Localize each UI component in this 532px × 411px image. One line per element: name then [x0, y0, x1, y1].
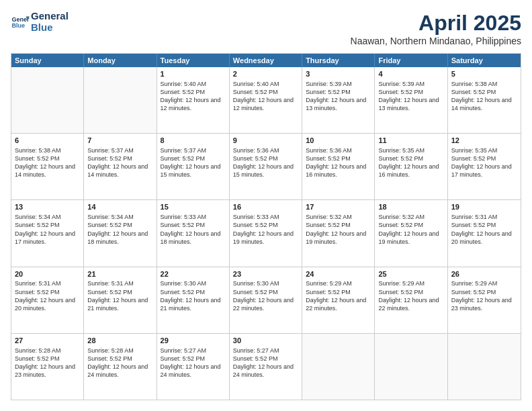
- sun-info: Sunrise: 5:38 AM Sunset: 5:52 PM Dayligh…: [15, 146, 80, 179]
- day-cell-17: 17Sunrise: 5:32 AM Sunset: 5:52 PM Dayli…: [302, 200, 375, 266]
- calendar-row-2: 13Sunrise: 5:34 AM Sunset: 5:52 PM Dayli…: [11, 199, 521, 266]
- empty-cell: [11, 67, 84, 133]
- day-cell-16: 16Sunrise: 5:33 AM Sunset: 5:52 PM Dayli…: [230, 200, 302, 266]
- month-year: April 2025: [351, 11, 521, 36]
- day-number: 30: [233, 336, 298, 346]
- day-number: 12: [451, 136, 517, 146]
- sun-info: Sunrise: 5:30 AM Sunset: 5:52 PM Dayligh…: [233, 279, 298, 312]
- day-number: 23: [233, 269, 298, 279]
- page: General Blue General Blue April 2025 Naa…: [0, 0, 532, 411]
- empty-cell: [375, 334, 447, 400]
- day-of-week-wednesday: Wednesday: [230, 54, 302, 67]
- day-number: 24: [306, 269, 371, 279]
- sun-info: Sunrise: 5:28 AM Sunset: 5:52 PM Dayligh…: [87, 347, 152, 379]
- day-number: 22: [161, 269, 226, 279]
- day-number: 18: [378, 202, 443, 212]
- sun-info: Sunrise: 5:39 AM Sunset: 5:52 PM Dayligh…: [306, 80, 371, 113]
- day-number: 17: [306, 202, 371, 212]
- svg-text:Blue: Blue: [11, 22, 25, 29]
- calendar-row-1: 6Sunrise: 5:38 AM Sunset: 5:52 PM Daylig…: [11, 133, 521, 199]
- sun-info: Sunrise: 5:29 AM Sunset: 5:52 PM Dayligh…: [306, 279, 371, 312]
- day-cell-5: 5Sunrise: 5:38 AM Sunset: 5:52 PM Daylig…: [448, 67, 521, 133]
- day-number: 11: [378, 136, 443, 146]
- day-of-week-thursday: Thursday: [302, 54, 375, 67]
- calendar-row-3: 20Sunrise: 5:31 AM Sunset: 5:52 PM Dayli…: [11, 267, 521, 333]
- day-cell-14: 14Sunrise: 5:34 AM Sunset: 5:52 PM Dayli…: [84, 200, 157, 266]
- sun-info: Sunrise: 5:33 AM Sunset: 5:52 PM Dayligh…: [161, 213, 226, 246]
- sun-info: Sunrise: 5:32 AM Sunset: 5:52 PM Dayligh…: [378, 213, 443, 246]
- logo-general: General: [31, 11, 69, 22]
- sun-info: Sunrise: 5:33 AM Sunset: 5:52 PM Dayligh…: [233, 213, 298, 246]
- day-cell-26: 26Sunrise: 5:29 AM Sunset: 5:52 PM Dayli…: [448, 267, 521, 333]
- location: Naawan, Northern Mindanao, Philippines: [351, 36, 521, 46]
- day-number: 8: [161, 136, 226, 146]
- day-number: 3: [306, 69, 371, 79]
- sun-info: Sunrise: 5:35 AM Sunset: 5:52 PM Dayligh…: [451, 146, 517, 179]
- day-cell-18: 18Sunrise: 5:32 AM Sunset: 5:52 PM Dayli…: [375, 200, 447, 266]
- day-cell-29: 29Sunrise: 5:27 AM Sunset: 5:52 PM Dayli…: [157, 334, 230, 400]
- sun-info: Sunrise: 5:36 AM Sunset: 5:52 PM Dayligh…: [306, 146, 371, 179]
- day-of-week-saturday: Saturday: [448, 54, 521, 67]
- sun-info: Sunrise: 5:38 AM Sunset: 5:52 PM Dayligh…: [451, 80, 517, 113]
- day-number: 13: [15, 202, 80, 212]
- title-block: April 2025 Naawan, Northern Mindanao, Ph…: [351, 11, 521, 46]
- day-cell-27: 27Sunrise: 5:28 AM Sunset: 5:52 PM Dayli…: [11, 334, 84, 400]
- calendar-header: SundayMondayTuesdayWednesdayThursdayFrid…: [11, 54, 521, 67]
- day-number: 9: [233, 136, 298, 146]
- day-cell-13: 13Sunrise: 5:34 AM Sunset: 5:52 PM Dayli…: [11, 200, 84, 266]
- day-cell-6: 6Sunrise: 5:38 AM Sunset: 5:52 PM Daylig…: [11, 134, 84, 199]
- day-cell-22: 22Sunrise: 5:30 AM Sunset: 5:52 PM Dayli…: [157, 267, 230, 333]
- logo-blue: Blue: [31, 22, 69, 34]
- day-cell-21: 21Sunrise: 5:31 AM Sunset: 5:52 PM Dayli…: [84, 267, 157, 333]
- sun-info: Sunrise: 5:27 AM Sunset: 5:52 PM Dayligh…: [233, 347, 298, 379]
- sun-info: Sunrise: 5:31 AM Sunset: 5:52 PM Dayligh…: [87, 279, 152, 312]
- day-number: 29: [161, 336, 226, 346]
- day-number: 5: [451, 69, 517, 79]
- day-cell-23: 23Sunrise: 5:30 AM Sunset: 5:52 PM Dayli…: [230, 267, 302, 333]
- day-number: 15: [161, 202, 226, 212]
- day-number: 2: [233, 69, 298, 79]
- sun-info: Sunrise: 5:29 AM Sunset: 5:52 PM Dayligh…: [451, 279, 517, 312]
- day-cell-1: 1Sunrise: 5:40 AM Sunset: 5:52 PM Daylig…: [157, 67, 230, 133]
- sun-info: Sunrise: 5:31 AM Sunset: 5:52 PM Dayligh…: [15, 279, 80, 312]
- day-number: 25: [378, 269, 443, 279]
- day-number: 4: [378, 69, 443, 79]
- day-cell-24: 24Sunrise: 5:29 AM Sunset: 5:52 PM Dayli…: [302, 267, 375, 333]
- day-cell-12: 12Sunrise: 5:35 AM Sunset: 5:52 PM Dayli…: [448, 134, 521, 199]
- day-number: 21: [87, 269, 152, 279]
- calendar-body: 1Sunrise: 5:40 AM Sunset: 5:52 PM Daylig…: [11, 67, 521, 400]
- day-number: 19: [451, 202, 517, 212]
- day-cell-7: 7Sunrise: 5:37 AM Sunset: 5:52 PM Daylig…: [84, 134, 157, 199]
- day-of-week-tuesday: Tuesday: [157, 54, 230, 67]
- day-of-week-friday: Friday: [375, 54, 447, 67]
- day-cell-19: 19Sunrise: 5:31 AM Sunset: 5:52 PM Dayli…: [448, 200, 521, 266]
- logo: General Blue General Blue: [11, 11, 69, 33]
- sun-info: Sunrise: 5:29 AM Sunset: 5:52 PM Dayligh…: [378, 279, 443, 312]
- day-number: 7: [87, 136, 152, 146]
- empty-cell: [302, 334, 375, 400]
- day-number: 20: [15, 269, 80, 279]
- sun-info: Sunrise: 5:31 AM Sunset: 5:52 PM Dayligh…: [451, 213, 517, 246]
- day-cell-2: 2Sunrise: 5:40 AM Sunset: 5:52 PM Daylig…: [230, 67, 302, 133]
- day-cell-4: 4Sunrise: 5:39 AM Sunset: 5:52 PM Daylig…: [375, 67, 447, 133]
- calendar-row-4: 27Sunrise: 5:28 AM Sunset: 5:52 PM Dayli…: [11, 333, 521, 400]
- sun-info: Sunrise: 5:37 AM Sunset: 5:52 PM Dayligh…: [87, 146, 152, 179]
- day-cell-11: 11Sunrise: 5:35 AM Sunset: 5:52 PM Dayli…: [375, 134, 447, 199]
- header: General Blue General Blue April 2025 Naa…: [11, 11, 521, 46]
- calendar: SundayMondayTuesdayWednesdayThursdayFrid…: [11, 53, 521, 400]
- sun-info: Sunrise: 5:37 AM Sunset: 5:52 PM Dayligh…: [161, 146, 226, 179]
- day-cell-15: 15Sunrise: 5:33 AM Sunset: 5:52 PM Dayli…: [157, 200, 230, 266]
- sun-info: Sunrise: 5:27 AM Sunset: 5:52 PM Dayligh…: [161, 347, 226, 379]
- day-cell-3: 3Sunrise: 5:39 AM Sunset: 5:52 PM Daylig…: [302, 67, 375, 133]
- day-cell-8: 8Sunrise: 5:37 AM Sunset: 5:52 PM Daylig…: [157, 134, 230, 199]
- sun-info: Sunrise: 5:40 AM Sunset: 5:52 PM Dayligh…: [233, 80, 298, 113]
- day-number: 6: [15, 136, 80, 146]
- empty-cell: [448, 334, 521, 400]
- day-cell-10: 10Sunrise: 5:36 AM Sunset: 5:52 PM Dayli…: [302, 134, 375, 199]
- day-number: 28: [87, 336, 152, 346]
- sun-info: Sunrise: 5:28 AM Sunset: 5:52 PM Dayligh…: [15, 347, 80, 379]
- sun-info: Sunrise: 5:36 AM Sunset: 5:52 PM Dayligh…: [233, 146, 298, 179]
- day-number: 26: [451, 269, 517, 279]
- day-number: 16: [233, 202, 298, 212]
- day-cell-28: 28Sunrise: 5:28 AM Sunset: 5:52 PM Dayli…: [84, 334, 157, 400]
